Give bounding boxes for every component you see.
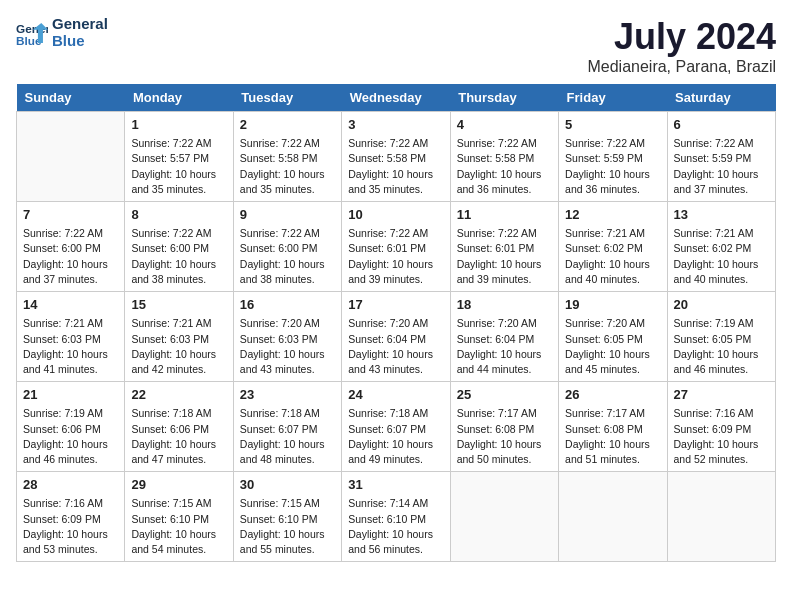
calendar-cell: 6Sunrise: 7:22 AM Sunset: 5:59 PM Daylig… [667, 112, 775, 202]
day-info: Sunrise: 7:20 AM Sunset: 6:03 PM Dayligh… [240, 316, 335, 377]
day-info: Sunrise: 7:22 AM Sunset: 6:01 PM Dayligh… [348, 226, 443, 287]
calendar-cell: 14Sunrise: 7:21 AM Sunset: 6:03 PM Dayli… [17, 292, 125, 382]
calendar-cell: 19Sunrise: 7:20 AM Sunset: 6:05 PM Dayli… [559, 292, 667, 382]
weekday-header-tuesday: Tuesday [233, 84, 341, 112]
day-number: 4 [457, 116, 552, 134]
weekday-header-thursday: Thursday [450, 84, 558, 112]
logo-text-blue: Blue [52, 33, 108, 50]
day-info: Sunrise: 7:17 AM Sunset: 6:08 PM Dayligh… [457, 406, 552, 467]
day-number: 25 [457, 386, 552, 404]
day-info: Sunrise: 7:18 AM Sunset: 6:06 PM Dayligh… [131, 406, 226, 467]
calendar-cell: 3Sunrise: 7:22 AM Sunset: 5:58 PM Daylig… [342, 112, 450, 202]
day-info: Sunrise: 7:22 AM Sunset: 6:00 PM Dayligh… [131, 226, 226, 287]
day-info: Sunrise: 7:15 AM Sunset: 6:10 PM Dayligh… [240, 496, 335, 557]
day-info: Sunrise: 7:22 AM Sunset: 5:58 PM Dayligh… [457, 136, 552, 197]
month-year-title: July 2024 [587, 16, 776, 58]
calendar-cell: 4Sunrise: 7:22 AM Sunset: 5:58 PM Daylig… [450, 112, 558, 202]
day-info: Sunrise: 7:22 AM Sunset: 6:01 PM Dayligh… [457, 226, 552, 287]
day-info: Sunrise: 7:15 AM Sunset: 6:10 PM Dayligh… [131, 496, 226, 557]
day-number: 10 [348, 206, 443, 224]
weekday-header-row: SundayMondayTuesdayWednesdayThursdayFrid… [17, 84, 776, 112]
day-number: 9 [240, 206, 335, 224]
day-info: Sunrise: 7:22 AM Sunset: 5:59 PM Dayligh… [674, 136, 769, 197]
logo: General Blue General Blue [16, 16, 108, 49]
page-header: General Blue General Blue July 2024 Medi… [16, 16, 776, 76]
calendar-cell: 13Sunrise: 7:21 AM Sunset: 6:02 PM Dayli… [667, 202, 775, 292]
calendar-cell: 17Sunrise: 7:20 AM Sunset: 6:04 PM Dayli… [342, 292, 450, 382]
day-info: Sunrise: 7:20 AM Sunset: 6:04 PM Dayligh… [457, 316, 552, 377]
day-info: Sunrise: 7:22 AM Sunset: 5:58 PM Dayligh… [240, 136, 335, 197]
day-number: 6 [674, 116, 769, 134]
weekday-header-sunday: Sunday [17, 84, 125, 112]
calendar-cell: 2Sunrise: 7:22 AM Sunset: 5:58 PM Daylig… [233, 112, 341, 202]
calendar-cell: 28Sunrise: 7:16 AM Sunset: 6:09 PM Dayli… [17, 472, 125, 562]
calendar-cell [559, 472, 667, 562]
weekday-header-friday: Friday [559, 84, 667, 112]
calendar-cell: 12Sunrise: 7:21 AM Sunset: 6:02 PM Dayli… [559, 202, 667, 292]
day-number: 17 [348, 296, 443, 314]
day-number: 18 [457, 296, 552, 314]
calendar-cell: 29Sunrise: 7:15 AM Sunset: 6:10 PM Dayli… [125, 472, 233, 562]
calendar-cell: 21Sunrise: 7:19 AM Sunset: 6:06 PM Dayli… [17, 382, 125, 472]
day-info: Sunrise: 7:20 AM Sunset: 6:04 PM Dayligh… [348, 316, 443, 377]
day-info: Sunrise: 7:21 AM Sunset: 6:02 PM Dayligh… [674, 226, 769, 287]
calendar-cell: 23Sunrise: 7:18 AM Sunset: 6:07 PM Dayli… [233, 382, 341, 472]
day-number: 24 [348, 386, 443, 404]
calendar-table: SundayMondayTuesdayWednesdayThursdayFrid… [16, 84, 776, 562]
day-info: Sunrise: 7:19 AM Sunset: 6:05 PM Dayligh… [674, 316, 769, 377]
day-number: 2 [240, 116, 335, 134]
day-info: Sunrise: 7:17 AM Sunset: 6:08 PM Dayligh… [565, 406, 660, 467]
calendar-cell [667, 472, 775, 562]
calendar-cell [17, 112, 125, 202]
day-number: 31 [348, 476, 443, 494]
day-number: 3 [348, 116, 443, 134]
day-number: 5 [565, 116, 660, 134]
day-info: Sunrise: 7:16 AM Sunset: 6:09 PM Dayligh… [23, 496, 118, 557]
calendar-cell: 10Sunrise: 7:22 AM Sunset: 6:01 PM Dayli… [342, 202, 450, 292]
day-number: 16 [240, 296, 335, 314]
day-number: 20 [674, 296, 769, 314]
day-number: 7 [23, 206, 118, 224]
calendar-cell: 8Sunrise: 7:22 AM Sunset: 6:00 PM Daylig… [125, 202, 233, 292]
day-info: Sunrise: 7:21 AM Sunset: 6:02 PM Dayligh… [565, 226, 660, 287]
calendar-week-row: 14Sunrise: 7:21 AM Sunset: 6:03 PM Dayli… [17, 292, 776, 382]
calendar-cell: 1Sunrise: 7:22 AM Sunset: 5:57 PM Daylig… [125, 112, 233, 202]
calendar-cell: 31Sunrise: 7:14 AM Sunset: 6:10 PM Dayli… [342, 472, 450, 562]
calendar-cell: 16Sunrise: 7:20 AM Sunset: 6:03 PM Dayli… [233, 292, 341, 382]
day-info: Sunrise: 7:22 AM Sunset: 5:58 PM Dayligh… [348, 136, 443, 197]
day-number: 22 [131, 386, 226, 404]
day-number: 15 [131, 296, 226, 314]
day-number: 23 [240, 386, 335, 404]
calendar-cell: 22Sunrise: 7:18 AM Sunset: 6:06 PM Dayli… [125, 382, 233, 472]
day-info: Sunrise: 7:16 AM Sunset: 6:09 PM Dayligh… [674, 406, 769, 467]
calendar-cell: 18Sunrise: 7:20 AM Sunset: 6:04 PM Dayli… [450, 292, 558, 382]
calendar-week-row: 28Sunrise: 7:16 AM Sunset: 6:09 PM Dayli… [17, 472, 776, 562]
calendar-cell: 9Sunrise: 7:22 AM Sunset: 6:00 PM Daylig… [233, 202, 341, 292]
location-subtitle: Medianeira, Parana, Brazil [587, 58, 776, 76]
day-info: Sunrise: 7:21 AM Sunset: 6:03 PM Dayligh… [23, 316, 118, 377]
weekday-header-monday: Monday [125, 84, 233, 112]
title-block: July 2024 Medianeira, Parana, Brazil [587, 16, 776, 76]
day-info: Sunrise: 7:18 AM Sunset: 6:07 PM Dayligh… [240, 406, 335, 467]
weekday-header-wednesday: Wednesday [342, 84, 450, 112]
day-number: 8 [131, 206, 226, 224]
day-number: 27 [674, 386, 769, 404]
calendar-week-row: 7Sunrise: 7:22 AM Sunset: 6:00 PM Daylig… [17, 202, 776, 292]
day-number: 14 [23, 296, 118, 314]
day-info: Sunrise: 7:14 AM Sunset: 6:10 PM Dayligh… [348, 496, 443, 557]
calendar-week-row: 21Sunrise: 7:19 AM Sunset: 6:06 PM Dayli… [17, 382, 776, 472]
day-number: 30 [240, 476, 335, 494]
day-info: Sunrise: 7:20 AM Sunset: 6:05 PM Dayligh… [565, 316, 660, 377]
day-number: 21 [23, 386, 118, 404]
day-info: Sunrise: 7:22 AM Sunset: 5:59 PM Dayligh… [565, 136, 660, 197]
day-number: 26 [565, 386, 660, 404]
day-info: Sunrise: 7:18 AM Sunset: 6:07 PM Dayligh… [348, 406, 443, 467]
day-number: 1 [131, 116, 226, 134]
day-info: Sunrise: 7:19 AM Sunset: 6:06 PM Dayligh… [23, 406, 118, 467]
weekday-header-saturday: Saturday [667, 84, 775, 112]
calendar-cell: 27Sunrise: 7:16 AM Sunset: 6:09 PM Dayli… [667, 382, 775, 472]
calendar-cell: 30Sunrise: 7:15 AM Sunset: 6:10 PM Dayli… [233, 472, 341, 562]
logo-icon: General Blue [16, 19, 48, 47]
day-number: 19 [565, 296, 660, 314]
calendar-cell: 7Sunrise: 7:22 AM Sunset: 6:00 PM Daylig… [17, 202, 125, 292]
